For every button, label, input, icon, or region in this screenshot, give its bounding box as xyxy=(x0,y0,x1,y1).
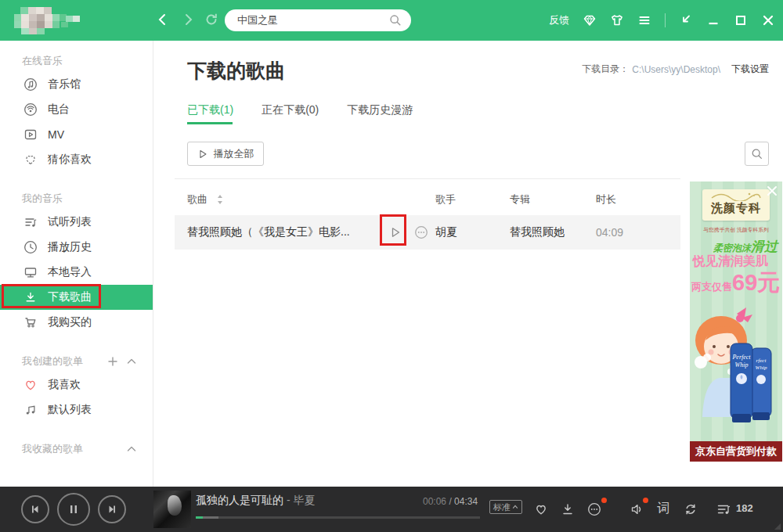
local-import-icon xyxy=(23,265,38,279)
song-album[interactable]: 替我照顾她 xyxy=(510,225,565,239)
lyrics-button[interactable]: 词 xyxy=(657,501,669,517)
sidebar-item-audition-list[interactable]: 试听列表 xyxy=(0,210,153,235)
progress-fill xyxy=(196,516,203,519)
time-display: 00:06 / 04:34 xyxy=(423,496,478,507)
svg-text:Whip: Whip xyxy=(756,365,767,371)
progress-bar[interactable] xyxy=(196,516,480,519)
column-header-song[interactable]: 歌曲 xyxy=(187,192,207,207)
column-header-album[interactable]: 专辑 xyxy=(510,192,530,207)
playlist-count[interactable]: 182 xyxy=(736,502,753,514)
nav-refresh-button[interactable] xyxy=(202,11,221,30)
music-note-icon xyxy=(23,403,38,417)
quality-selector[interactable]: 标准 xyxy=(489,500,522,514)
svg-text:rfect: rfect xyxy=(756,358,767,364)
refresh-icon xyxy=(204,13,218,27)
sidebar-item-play-history[interactable]: 播放历史 xyxy=(0,235,153,260)
favorite-heart-icon[interactable] xyxy=(534,502,548,516)
ad-price-line: 两支仅售69元！ xyxy=(691,268,782,299)
svg-text:Perfect: Perfect xyxy=(731,354,751,361)
song-artist[interactable]: 胡夏 xyxy=(435,225,457,239)
ad-footer: 京东自营 货到付款 xyxy=(690,441,782,462)
radio-icon xyxy=(23,102,38,117)
table-divider xyxy=(175,178,680,179)
previous-icon xyxy=(29,503,41,516)
column-header-duration[interactable]: 时长 xyxy=(596,192,616,207)
next-icon xyxy=(106,503,118,516)
add-playlist-icon[interactable] xyxy=(106,355,119,368)
ad-brand-logo: 洗颜专科 xyxy=(702,189,770,221)
ad-banner[interactable]: 洗颜专科 与您携手共创 洗颜专科系列 柔密泡沫滑过 悦见清润美肌 两支仅售69元… xyxy=(690,182,782,462)
download-directory-info: 下载目录： C:\Users\yy\Desktop\ 下载设置 xyxy=(582,63,769,76)
column-header-artist[interactable]: 歌手 xyxy=(435,192,456,207)
volume-icon[interactable] xyxy=(630,502,644,516)
search-input[interactable]: 中国之星 xyxy=(237,13,389,27)
song-title[interactable]: 替我照顾她（《我是女王》电影... xyxy=(187,225,350,239)
sidebar-item-download-songs[interactable]: 下载歌曲 xyxy=(0,285,153,310)
ad-footer-left: 京东自营 xyxy=(695,444,736,458)
now-playing-title: 孤独的人是可耻的 - 毕夏 xyxy=(196,494,315,508)
previous-track-button[interactable] xyxy=(21,495,49,523)
row-more-icon[interactable] xyxy=(414,225,428,239)
chevron-right-icon xyxy=(181,13,195,27)
list-search-button[interactable] xyxy=(745,142,769,166)
feedback-link[interactable]: 反馈 xyxy=(549,13,569,27)
topbar-actions: 反馈 xyxy=(549,0,775,41)
download-dir-path: C:\Users\yy\Desktop\ xyxy=(632,64,720,75)
download-song-icon[interactable] xyxy=(561,502,575,516)
nav-forward-button[interactable] xyxy=(179,11,197,30)
tab-download-history[interactable]: 下载历史漫游 xyxy=(347,103,413,117)
search-box[interactable]: 中国之星 xyxy=(225,9,411,31)
collapse-section-icon[interactable] xyxy=(125,355,138,368)
search-icon xyxy=(751,148,763,160)
pause-icon xyxy=(67,503,80,516)
loop-mode-icon[interactable] xyxy=(684,502,698,516)
table-row[interactable]: 替我照顾她（《我是女王》电影... 胡夏 替我照顾她 04:09 xyxy=(175,215,680,250)
minimize-icon[interactable] xyxy=(706,13,720,27)
mini-mode-icon[interactable] xyxy=(679,13,693,27)
playlist-icon[interactable] xyxy=(716,502,731,516)
chevron-left-icon xyxy=(156,13,170,27)
search-icon[interactable] xyxy=(389,14,402,27)
collapse-section-icon[interactable] xyxy=(125,443,138,455)
tab-downloaded[interactable]: 已下载(1) xyxy=(187,103,233,117)
total-time: 04:34 xyxy=(454,496,478,507)
ad-tagline: 与您携手共创 洗颜专科系列 xyxy=(697,226,775,233)
download-dir-label: 下载目录： xyxy=(582,63,629,76)
row-play-icon[interactable] xyxy=(389,226,402,239)
sidebar-item-purchased[interactable]: 我购买的 xyxy=(0,310,153,335)
vip-gem-icon[interactable] xyxy=(583,13,597,27)
ad-brand-name: 洗颜专科 xyxy=(702,201,770,216)
ad-footer-right: 货到付款 xyxy=(736,444,777,458)
sidebar-section-online-music: 在线音乐 xyxy=(0,53,153,69)
sidebar-item-default-list[interactable]: 默认列表 xyxy=(0,397,153,422)
download-settings-link[interactable]: 下载设置 xyxy=(731,63,769,76)
skin-shirt-icon[interactable] xyxy=(610,13,624,27)
now-playing-album-art[interactable] xyxy=(153,491,191,528)
music-hall-icon xyxy=(23,77,38,92)
sidebar-item-radio[interactable]: 电台 xyxy=(0,97,153,122)
sidebar-item-guess-you-like[interactable]: 猜你喜欢 xyxy=(0,147,153,172)
sort-icon[interactable] xyxy=(215,194,225,205)
play-all-button[interactable]: 播放全部 xyxy=(187,142,264,166)
maximize-icon[interactable] xyxy=(734,13,748,27)
sidebar-item-music-hall[interactable]: 音乐馆 xyxy=(0,72,153,97)
topbar: 中国之星 反馈 xyxy=(0,0,783,41)
more-options-icon[interactable] xyxy=(587,502,601,516)
ad-close-icon[interactable] xyxy=(767,185,778,196)
sidebar-item-my-likes[interactable]: 我喜欢 xyxy=(0,372,153,397)
sidebar-item-mv[interactable]: MV xyxy=(0,122,153,147)
next-track-button[interactable] xyxy=(98,495,126,523)
pause-button[interactable] xyxy=(57,493,90,526)
player-bar: 孤独的人是可耻的 - 毕夏 00:06 / 04:34 标准 词 182 xyxy=(0,487,783,532)
nav-back-button[interactable] xyxy=(153,11,172,30)
main-menu-icon[interactable] xyxy=(637,13,651,27)
resize-grip[interactable] xyxy=(774,523,781,530)
sidebar-item-local-import[interactable]: 本地导入 xyxy=(0,260,153,285)
play-history-icon xyxy=(23,240,38,254)
app-logo-blurred xyxy=(14,5,89,35)
heart-icon xyxy=(23,378,38,392)
guess-you-like-icon xyxy=(23,153,38,167)
close-icon[interactable] xyxy=(761,13,775,27)
tab-downloading[interactable]: 正在下载(0) xyxy=(262,103,319,117)
sidebar-section-my-playlists: 我创建的歌单 xyxy=(0,354,153,369)
